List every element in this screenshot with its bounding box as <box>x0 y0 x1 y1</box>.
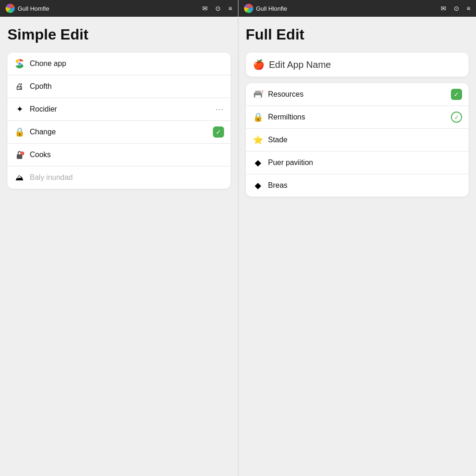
svg-point-2 <box>19 63 21 65</box>
right-search-icon[interactable]: ⊙ <box>454 5 459 12</box>
right-list-card: $ Resources ✓ 🔒 Rermiltions ✓ <box>246 83 469 197</box>
resources-label: Resources <box>268 90 447 99</box>
dots-badge[interactable]: ··· <box>215 105 224 114</box>
list-item[interactable]: ◆ Puer paviition <box>246 152 469 174</box>
printer-icon: 🖨 <box>14 81 25 92</box>
resources-printer-icon: $ <box>252 89 264 100</box>
resources-check-badge: ✓ <box>451 89 462 100</box>
list-item[interactable]: ⛰ Baly inundad <box>7 166 231 189</box>
stade-label: Stade <box>268 136 463 144</box>
right-header-icons: ✉ ⊙ ≡ <box>441 5 470 12</box>
right-panel: Gull Hlonfie ✉ ⊙ ≡ Full Edit 🍎 Edit App … <box>238 0 476 476</box>
list-item[interactable]: Chone app <box>7 53 231 75</box>
svg-rect-8 <box>255 95 261 98</box>
left-header: Gull Homfie ✉ ⊙ ≡ <box>0 0 238 17</box>
change-label: Change <box>30 128 208 136</box>
puer-diamond-icon: ◆ <box>252 157 264 168</box>
rermiltions-outline-checkmark: ✓ <box>451 112 462 123</box>
left-heading: Simple Edit <box>7 26 231 43</box>
lock-red-icon: ! <box>14 149 25 160</box>
left-app-name: Gull Homfie <box>18 5 49 12</box>
chrome-icon <box>14 58 25 69</box>
check-filled-badge: ✓ <box>213 126 224 138</box>
svg-rect-7 <box>255 91 261 93</box>
breas-label: Breas <box>268 181 463 190</box>
main-panels: Gull Homfie ✉ ⊙ ≡ Simple Edit <box>0 0 476 476</box>
left-logo[interactable]: Gull Homfie <box>6 4 49 13</box>
green-checkmark: ✓ <box>213 126 224 138</box>
left-mail-icon[interactable]: ✉ <box>202 5 208 12</box>
star-icon: ✦ <box>14 104 25 115</box>
right-app-name: Gull Hlonfie <box>256 5 287 12</box>
left-panel-content: Simple Edit <box>0 17 238 476</box>
left-list-card: Chone app 🖨 Cpofth ✦ Rocidier ··· 🔒 Chan… <box>7 53 231 189</box>
puer-label: Puer paviition <box>268 159 463 167</box>
left-panel: Gull Homfie ✉ ⊙ ≡ Simple Edit <box>0 0 238 476</box>
left-menu-icon[interactable]: ≡ <box>228 5 232 12</box>
list-item[interactable]: 🔒 Change ✓ <box>7 121 231 144</box>
left-search-icon[interactable]: ⊙ <box>215 5 221 12</box>
list-item[interactable]: ⭐ Stade <box>246 129 469 152</box>
rermiltions-lock-icon: 🔒 <box>252 112 264 123</box>
logo-icon <box>6 4 15 13</box>
list-item[interactable]: ✦ Rocidier ··· <box>7 98 231 121</box>
baly-label: Baly inundad <box>30 173 224 182</box>
list-item[interactable]: ! Cooks <box>7 144 231 166</box>
resources-green-checkmark: ✓ <box>451 89 462 100</box>
right-mail-icon[interactable]: ✉ <box>441 5 446 12</box>
right-logo-icon <box>244 4 253 13</box>
right-logo[interactable]: Gull Hlonfie <box>244 4 287 13</box>
lock-icon: 🔒 <box>14 126 25 138</box>
list-item[interactable]: ◆ Breas <box>246 174 469 197</box>
svg-text:!: ! <box>22 152 23 155</box>
stade-star-icon: ⭐ <box>252 134 264 145</box>
left-header-icons: ✉ ⊙ ≡ <box>202 5 232 12</box>
person-icon: ⛰ <box>14 172 25 183</box>
list-item[interactable]: 🖨 Cpofth <box>7 75 231 98</box>
svg-text:$: $ <box>262 89 263 93</box>
app-name-field[interactable]: 🍎 Edit App Name <box>246 53 469 77</box>
list-item[interactable]: 🔒 Rermiltions ✓ <box>246 106 469 129</box>
cooks-label: Cooks <box>30 151 224 159</box>
chone-label: Chone app <box>30 60 224 68</box>
list-item[interactable]: $ Resources ✓ <box>246 83 469 106</box>
breas-diamond-icon: ◆ <box>252 180 264 191</box>
right-header: Gull Hlonfie ✉ ⊙ ≡ <box>238 0 476 17</box>
rermiltions-label: Rermiltions <box>268 113 447 121</box>
rocidier-label: Rocidier <box>30 105 211 113</box>
cpofth-label: Cpofth <box>30 82 224 91</box>
right-panel-content: Full Edit 🍎 Edit App Name $ <box>238 17 476 476</box>
right-menu-icon[interactable]: ≡ <box>467 5 470 12</box>
apple-icon: 🍎 <box>253 59 264 70</box>
rermiltions-check-badge: ✓ <box>451 112 462 123</box>
app-name-placeholder: Edit App Name <box>269 60 331 70</box>
right-heading: Full Edit <box>246 26 469 43</box>
